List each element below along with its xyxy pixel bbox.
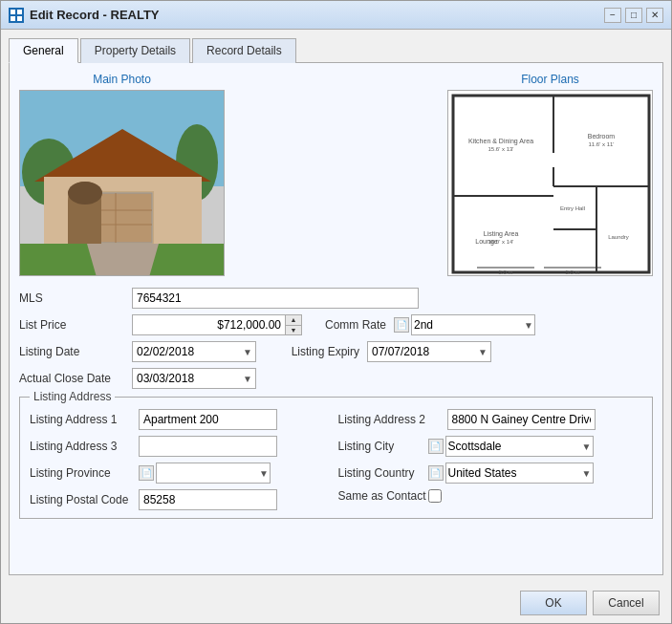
main-photo-label[interactable]: Main Photo: [93, 73, 151, 86]
svg-text:Kitchen & Dining Area: Kitchen & Dining Area: [468, 138, 533, 145]
floor-plan-label[interactable]: Floor Plans: [521, 73, 579, 86]
address-row-2: Listing Address 3 Listing City 📄 Sco: [30, 436, 642, 457]
same-as-contact-checkbox[interactable]: [428, 489, 442, 503]
province-doc-icon: 📄: [139, 465, 154, 481]
addr3-input[interactable]: [139, 436, 277, 457]
spin-down-button[interactable]: ▼: [286, 325, 301, 335]
svg-rect-1: [17, 10, 22, 14]
address-col-left-4: Listing Postal Code: [30, 489, 335, 510]
ok-button[interactable]: OK: [520, 591, 587, 615]
comm-rate-select[interactable]: 2nd 1st 3rd: [411, 314, 535, 335]
actual-close-date-input[interactable]: [132, 368, 256, 389]
minimize-button[interactable]: −: [604, 8, 621, 23]
city-select[interactable]: Scottsdale: [445, 436, 594, 457]
mls-input[interactable]: [132, 288, 419, 309]
floor-plan-box[interactable]: Kitchen & Dining Area 15.6' x 13' Bedroo…: [447, 90, 653, 276]
main-window: Edit Record - REALTY − □ ✕ General Prope…: [0, 0, 672, 624]
address-col-right-2: Listing City 📄 Scottsdale ▼: [338, 436, 643, 457]
close-button[interactable]: ✕: [646, 8, 663, 23]
title-bar: Edit Record - REALTY − □ ✕: [1, 1, 671, 30]
addr3-row: Listing Address 3: [30, 436, 335, 457]
postal-row: Listing Postal Code: [30, 489, 335, 510]
address-row-1: Listing Address 1 Listing Address 2: [30, 409, 642, 430]
listing-expiry-label: Listing Expiry: [264, 345, 359, 358]
close-date-row: Actual Close Date ▼: [19, 368, 653, 389]
svg-marker-16: [87, 244, 159, 276]
svg-text:Listing Area: Listing Area: [484, 230, 519, 238]
postal-label: Listing Postal Code: [30, 493, 135, 506]
cancel-button[interactable]: Cancel: [593, 591, 660, 615]
list-price-label: List Price: [19, 318, 124, 332]
bottom-bar: OK Cancel: [1, 583, 671, 623]
comm-rate-dropdown-wrapper: 📄 2nd 1st 3rd ▼: [394, 314, 535, 335]
svg-text:Bedroom: Bedroom: [588, 133, 616, 140]
address-row-3: Listing Province 📄 ▼: [30, 463, 642, 484]
main-photo-section: Main Photo: [19, 73, 225, 276]
listing-address-legend: Listing Address: [30, 390, 115, 403]
svg-rect-0: [11, 10, 15, 14]
svg-text:5.0 m: 5.0 m: [498, 269, 512, 275]
tab-content-general: Main Photo: [9, 63, 663, 575]
comm-rate-label: Comm Rate: [310, 318, 386, 332]
listing-date-label: Listing Date: [19, 345, 124, 358]
svg-rect-24: [552, 205, 555, 220]
main-photo-box[interactable]: [19, 90, 225, 276]
province-label: Listing Province: [30, 466, 135, 480]
mls-label: MLS: [19, 291, 124, 305]
country-dropdown-wrapper: 📄 United States ▼: [428, 463, 594, 484]
listing-date-wrapper: ▼: [132, 341, 256, 362]
actual-close-date-label: Actual Close Date: [19, 372, 124, 385]
content-area: General Property Details Record Details …: [1, 30, 671, 583]
tab-property-details[interactable]: Property Details: [80, 38, 190, 63]
listing-expiry-input[interactable]: [367, 341, 491, 362]
tab-bar: General Property Details Record Details: [9, 37, 663, 63]
comm-rate-icon: 📄: [394, 317, 409, 333]
address-col-left-2: Listing Address 3: [30, 436, 335, 457]
svg-rect-3: [17, 16, 22, 21]
spin-up-button[interactable]: ▲: [286, 315, 301, 325]
svg-rect-2: [11, 16, 15, 21]
addr2-row: Listing Address 2: [338, 409, 643, 430]
tab-general[interactable]: General: [9, 38, 78, 63]
addr1-input[interactable]: [139, 409, 277, 430]
country-select[interactable]: United States: [445, 463, 594, 484]
actual-close-date-wrapper: ▼: [132, 368, 256, 389]
mls-row: MLS: [19, 288, 653, 309]
address-col-right-3: Listing Country 📄 United States ▼: [338, 463, 643, 484]
restore-button[interactable]: □: [625, 8, 642, 23]
date-expiry-row: Listing Date ▼ Listing Expiry ▼: [19, 341, 653, 362]
address-row-4: Listing Postal Code Same as Contact: [30, 489, 642, 510]
addr3-label: Listing Address 3: [30, 440, 135, 453]
svg-point-14: [68, 182, 102, 204]
same-as-contact-row: Same as Contact: [338, 489, 643, 503]
svg-rect-17: [453, 96, 649, 272]
city-label: Listing City: [338, 440, 424, 453]
province-dropdown-wrapper: 📄 ▼: [139, 463, 271, 484]
same-as-contact-label: Same as Contact: [338, 489, 424, 503]
tab-record-details[interactable]: Record Details: [192, 38, 296, 63]
postal-input[interactable]: [139, 489, 277, 510]
addr2-input[interactable]: [447, 409, 596, 430]
svg-text:11.6' x 11': 11.6' x 11': [589, 141, 615, 147]
svg-text:Laundry: Laundry: [608, 234, 629, 240]
window-controls: − □ ✕: [604, 8, 663, 23]
city-row: Listing City 📄 Scottsdale ▼: [338, 436, 643, 457]
address-col-left-1: Listing Address 1: [30, 409, 335, 430]
listing-address-section: Listing Address Listing Address 1 L: [19, 397, 653, 519]
province-select[interactable]: [156, 463, 271, 484]
address-col-left-3: Listing Province 📄 ▼: [30, 463, 335, 484]
addr2-label: Listing Address 2: [338, 413, 444, 426]
price-comm-row: List Price ▲ ▼ Comm Rate 📄 2nd 1st 3rd: [19, 314, 653, 335]
list-price-input[interactable]: [132, 314, 285, 335]
city-dropdown-wrapper: 📄 Scottsdale ▼: [428, 436, 594, 457]
svg-text:15.6' x 13': 15.6' x 13': [488, 146, 514, 152]
window-title: Edit Record - REALTY: [30, 8, 160, 22]
listing-date-input[interactable]: [132, 341, 256, 362]
title-bar-left: Edit Record - REALTY: [9, 8, 160, 23]
spin-buttons: ▲ ▼: [285, 314, 302, 335]
address-col-right-4: Same as Contact: [338, 489, 643, 510]
country-label: Listing Country: [338, 466, 424, 480]
photos-row: Main Photo: [19, 73, 653, 276]
address-col-right-1: Listing Address 2: [338, 409, 643, 430]
addr1-label: Listing Address 1: [30, 413, 135, 426]
